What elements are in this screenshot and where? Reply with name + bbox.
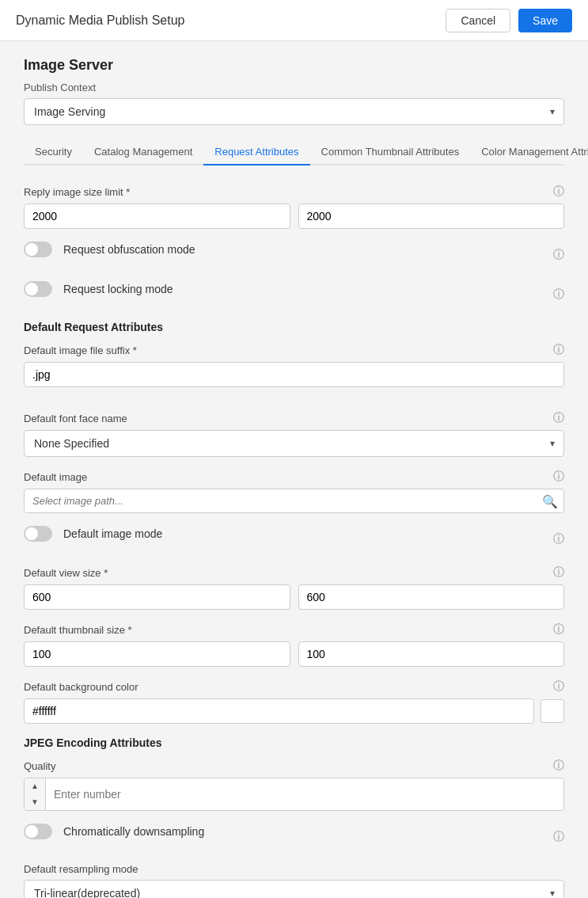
quality-label: Quality — [24, 760, 55, 772]
tab-color-management-attributes[interactable]: Color Management Attributes — [470, 139, 588, 164]
default-image-suffix-label-row: Default image file suffix * ⓘ — [24, 343, 564, 357]
jpeg-section-heading: JPEG Encoding Attributes — [24, 736, 564, 749]
request-obfuscation-label: Request obfuscation mode — [63, 243, 195, 256]
default-view-size-label-row: Default view size * ⓘ — [24, 565, 564, 580]
default-thumbnail-size-group: Default thumbnail size * ⓘ — [24, 622, 564, 667]
default-view-size-input-2[interactable] — [298, 584, 565, 610]
tab-request-attributes[interactable]: Request Attributes — [203, 139, 309, 164]
default-image-suffix-info-icon[interactable]: ⓘ — [553, 343, 564, 357]
default-image-suffix-group: Default image file suffix * ⓘ — [24, 343, 564, 398]
default-request-section-heading: Default Request Attributes — [24, 321, 564, 333]
default-font-face-label: Default font face name — [24, 413, 127, 424]
top-bar: Dynamic Media Publish Setup Cancel Save — [0, 0, 588, 41]
default-image-suffix-label: Default image file suffix * — [24, 344, 137, 356]
default-image-mode-toggle-row: Default image mode — [24, 526, 162, 542]
quality-input[interactable] — [46, 778, 563, 810]
toggle-slider — [24, 242, 52, 257]
default-thumbnail-size-inputs — [24, 641, 564, 667]
reply-image-size-inputs — [24, 204, 564, 229]
request-locking-label-row: Request locking mode ⓘ — [24, 281, 564, 308]
request-obfuscation-toggle-row: Request obfuscation mode — [24, 242, 195, 257]
default-resampling-select-wrapper: Tri-linear(deprecated) Bicubic Bilinear … — [24, 880, 564, 898]
reply-image-size-info-icon[interactable]: ⓘ — [553, 185, 564, 199]
default-font-face-select[interactable]: None Specified — [24, 430, 564, 457]
default-font-face-info-icon[interactable]: ⓘ — [553, 411, 564, 425]
default-view-size-label: Default view size * — [24, 567, 108, 579]
toggle-slider — [24, 526, 52, 542]
default-font-face-group: Default font face name ⓘ None Specified … — [24, 411, 564, 457]
color-swatch[interactable] — [541, 699, 564, 723]
default-image-mode-toggle[interactable] — [24, 526, 52, 542]
page-title: Dynamic Media Publish Setup — [16, 13, 184, 28]
tab-catalog-management[interactable]: Catalog Management — [83, 139, 203, 164]
stepper-controls: ▲ ▼ — [25, 778, 46, 810]
toggle-slider — [24, 824, 52, 839]
request-obfuscation-toggle[interactable] — [24, 242, 52, 257]
request-locking-group: Request locking mode ⓘ — [24, 281, 564, 308]
save-button[interactable]: Save — [518, 9, 572, 32]
tab-common-thumbnail-attributes[interactable]: Common Thumbnail Attributes — [310, 139, 471, 164]
main-content: Image Server Publish Context Image Servi… — [0, 41, 588, 898]
default-thumbnail-size-input-1[interactable] — [24, 641, 290, 667]
quality-stepper: ▲ ▼ — [24, 778, 564, 811]
default-image-mode-label: Default image mode — [63, 527, 162, 540]
request-obfuscation-label-row: Request obfuscation mode ⓘ — [24, 242, 564, 268]
chromatically-downsampling-toggle[interactable] — [24, 824, 52, 839]
request-locking-label: Request locking mode — [63, 283, 173, 295]
reply-image-size-label-row: Reply image size limit * ⓘ — [24, 185, 564, 199]
stepper-up-button[interactable]: ▲ — [25, 778, 45, 794]
default-image-suffix-input[interactable] — [24, 362, 564, 387]
toggle-slider — [24, 281, 52, 297]
reply-image-size-label: Reply image size limit * — [24, 186, 130, 198]
default-image-label-row: Default image ⓘ — [24, 470, 564, 484]
default-view-size-info-icon[interactable]: ⓘ — [553, 565, 564, 580]
default-resampling-select[interactable]: Tri-linear(deprecated) Bicubic Bilinear … — [24, 880, 564, 898]
default-font-face-select-wrapper: None Specified ▾ — [24, 430, 564, 457]
request-obfuscation-info-icon[interactable]: ⓘ — [553, 248, 564, 262]
request-obfuscation-group: Request obfuscation mode ⓘ — [24, 242, 564, 268]
default-image-group: Default image ⓘ 🔍 — [24, 470, 564, 513]
default-resampling-label-row: Default resampling mode — [24, 863, 564, 875]
default-view-size-group: Default view size * ⓘ — [24, 565, 564, 610]
search-image-icon[interactable]: 🔍 — [542, 493, 558, 508]
default-image-input[interactable] — [24, 489, 564, 513]
default-background-color-group: Default background color ⓘ — [24, 679, 564, 724]
default-thumbnail-size-label: Default thumbnail size * — [24, 624, 132, 636]
chromatically-downsampling-toggle-row: Chromatically downsampling — [24, 824, 204, 839]
default-image-mode-label-row: Default image mode ⓘ — [24, 526, 564, 553]
default-resampling-group: Default resampling mode Tri-linear(depre… — [24, 863, 564, 898]
reply-image-size-group: Reply image size limit * ⓘ — [24, 185, 564, 229]
default-background-color-label: Default background color — [24, 681, 138, 693]
default-thumbnail-size-input-2[interactable] — [298, 641, 565, 667]
request-locking-toggle[interactable] — [24, 281, 52, 297]
chromatically-downsampling-info-icon[interactable]: ⓘ — [553, 830, 564, 844]
publish-context-label: Publish Context — [24, 82, 564, 93]
color-input-wrapper — [24, 698, 564, 724]
publish-context-select[interactable]: Image Serving Image Rendering Video — [24, 98, 564, 125]
default-background-color-info-icon[interactable]: ⓘ — [553, 679, 564, 694]
default-background-color-label-row: Default background color ⓘ — [24, 679, 564, 694]
default-thumbnail-size-label-row: Default thumbnail size * ⓘ — [24, 622, 564, 637]
default-view-size-inputs — [24, 584, 564, 610]
default-thumbnail-size-info-icon[interactable]: ⓘ — [553, 622, 564, 637]
tab-security[interactable]: Security — [24, 139, 83, 164]
chromatically-downsampling-group: Chromatically downsampling ⓘ — [24, 824, 564, 850]
default-image-input-wrapper: 🔍 — [24, 489, 564, 513]
default-background-color-input[interactable] — [24, 698, 534, 724]
quality-info-icon[interactable]: ⓘ — [553, 759, 564, 773]
request-locking-info-icon[interactable]: ⓘ — [553, 287, 564, 302]
chromatically-downsampling-label-row: Chromatically downsampling ⓘ — [24, 824, 564, 850]
cancel-button[interactable]: Cancel — [446, 9, 510, 32]
top-bar-actions: Cancel Save — [446, 9, 572, 32]
section-title: Image Server — [24, 57, 564, 74]
default-resampling-label: Default resampling mode — [24, 863, 138, 875]
default-image-label: Default image — [24, 471, 87, 483]
stepper-down-button[interactable]: ▼ — [25, 794, 45, 810]
default-image-mode-info-icon[interactable]: ⓘ — [553, 532, 564, 546]
request-locking-toggle-row: Request locking mode — [24, 281, 173, 297]
reply-image-size-input-1[interactable] — [24, 204, 290, 229]
default-image-info-icon[interactable]: ⓘ — [553, 470, 564, 484]
tabs-bar: Security Catalog Management Request Attr… — [24, 139, 564, 166]
default-view-size-input-1[interactable] — [24, 584, 290, 610]
reply-image-size-input-2[interactable] — [298, 204, 565, 229]
